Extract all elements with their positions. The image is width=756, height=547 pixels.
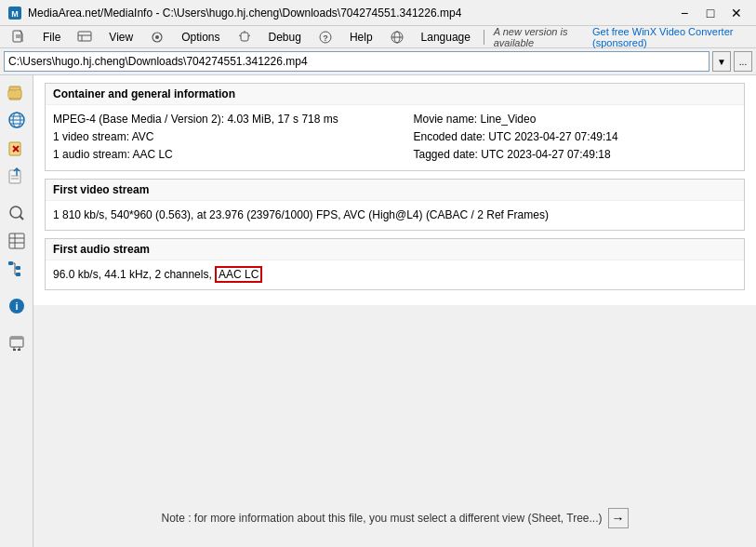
menu-view[interactable]: View	[101, 27, 140, 47]
general-info-row: MPEG-4 (Base Media / Version 2): 4.03 Mi…	[53, 111, 736, 165]
maximize-button[interactable]: □	[698, 4, 723, 22]
menu-file[interactable]: File	[35, 27, 68, 47]
svg-rect-41	[16, 273, 20, 276]
svg-rect-51	[18, 349, 20, 351]
video-stream-content: 1 810 kb/s, 540*960 (0.563), at 23.976 (…	[46, 201, 744, 230]
sidebar: i	[0, 75, 33, 547]
menu-options-icon-item	[142, 27, 172, 47]
note-text: Note : for more information about this f…	[162, 512, 603, 525]
svg-rect-2	[13, 31, 21, 42]
export-icon[interactable]	[4, 163, 30, 189]
menu-language-icon-item	[382, 27, 412, 47]
app-icon: M	[7, 6, 22, 20]
menu-debug-icon-item	[230, 27, 259, 47]
general-info-title: Container and general information	[46, 84, 744, 105]
general-col2-line2: Encoded date: UTC 2023-04-27 07:49:14	[414, 128, 737, 146]
svg-point-9	[155, 35, 159, 39]
svg-rect-29	[9, 170, 20, 183]
svg-rect-35	[9, 233, 24, 248]
video-stream-section: First video stream 1 810 kb/s, 540*960 (…	[45, 179, 745, 231]
svg-rect-40	[16, 266, 20, 270]
menu-language[interactable]: Language	[414, 27, 478, 47]
close-icon[interactable]	[4, 135, 30, 161]
general-info-col1: MPEG-4 (Base Media / Version 2): 4.03 Mi…	[53, 111, 377, 165]
general-info-col2: Movie name: Line_Video Encoded date: UTC…	[414, 111, 737, 165]
menu-help-icon-item: ?	[311, 27, 340, 47]
general-line2: 1 video stream: AVC	[53, 128, 377, 146]
svg-rect-50	[13, 349, 16, 351]
menu-options[interactable]: Options	[174, 27, 227, 47]
svg-rect-49	[10, 337, 23, 340]
tree-view-icon[interactable]	[4, 256, 30, 282]
note-arrow-button[interactable]: →	[608, 508, 629, 528]
new-version-notice: A new version is available	[494, 26, 585, 48]
general-info-content: MPEG-4 (Base Media / Version 2): 4.03 Mi…	[46, 105, 744, 170]
svg-rect-39	[8, 261, 13, 265]
title-bar: M MediaArea.net/MediaInfo - C:\Users\hug…	[0, 0, 756, 26]
audio-stream-section: First audio stream 96.0 kb/s, 44.1 kHz, …	[45, 238, 745, 290]
audio-line1: 96.0 kb/s, 44.1 kHz, 2 channels, AAC LC	[53, 266, 736, 284]
file-path-input[interactable]	[4, 51, 710, 72]
open-url-icon[interactable]	[4, 107, 30, 133]
svg-text:M: M	[11, 9, 19, 19]
promo-link[interactable]: Get free WinX Video Converter (sponsored…	[587, 24, 752, 50]
close-button[interactable]: ✕	[724, 4, 749, 22]
menu-file-icon	[4, 27, 33, 47]
content-wrapper: Container and general information MPEG-4…	[33, 75, 756, 547]
settings-icon[interactable]	[4, 330, 30, 356]
menu-bar: File View Options Debug	[0, 26, 756, 48]
minimize-button[interactable]: −	[672, 4, 696, 22]
audio-line1-prefix: 96.0 kb/s, 44.1 kHz, 2 channels,	[53, 268, 215, 281]
svg-text:?: ?	[323, 33, 328, 43]
svg-line-34	[20, 217, 23, 220]
audio-stream-content: 96.0 kb/s, 44.1 kHz, 2 channels, AAC LC	[46, 260, 744, 289]
svg-rect-10	[241, 33, 248, 41]
general-col2-line1: Movie name: Line_Video	[414, 111, 737, 128]
audio-stream-title: First audio stream	[46, 239, 744, 260]
content-panel: Container and general information MPEG-4…	[33, 75, 756, 305]
main-area: i Container and general information	[0, 75, 756, 547]
menu-separator	[484, 30, 484, 45]
menu-debug[interactable]: Debug	[261, 27, 309, 47]
window-title: MediaArea.net/MediaInfo - C:\Users\hugo.…	[28, 7, 672, 20]
window-controls: − □ ✕	[672, 4, 749, 22]
open-file-icon[interactable]	[4, 79, 30, 105]
svg-point-33	[10, 207, 21, 218]
general-info-section: Container and general information MPEG-4…	[45, 83, 745, 171]
general-line3: 1 audio stream: AAC LC	[53, 146, 377, 164]
general-col2-line3: Tagged date: UTC 2023-04-27 07:49:18	[414, 146, 737, 164]
easy-mode-icon[interactable]	[4, 200, 30, 226]
aac-lc-highlight: AAC LC	[215, 266, 262, 283]
address-bar: ▼ ...	[0, 48, 756, 75]
path-more-button[interactable]: ...	[734, 51, 752, 72]
path-dropdown-button[interactable]: ▼	[712, 51, 731, 72]
general-line1: MPEG-4 (Base Media / Version 2): 4.03 Mi…	[53, 111, 377, 128]
svg-text:i: i	[15, 300, 18, 312]
menu-view-icon-item	[70, 27, 99, 47]
bottom-note: Note : for more information about this f…	[162, 508, 629, 528]
info-view-icon[interactable]: i	[4, 293, 30, 319]
video-line1: 1 810 kb/s, 540*960 (0.563), at 23.976 (…	[53, 207, 736, 224]
menu-help[interactable]: Help	[342, 27, 380, 47]
svg-rect-5	[78, 32, 91, 41]
video-stream-title: First video stream	[46, 180, 744, 201]
sheet-view-icon[interactable]	[4, 228, 30, 254]
